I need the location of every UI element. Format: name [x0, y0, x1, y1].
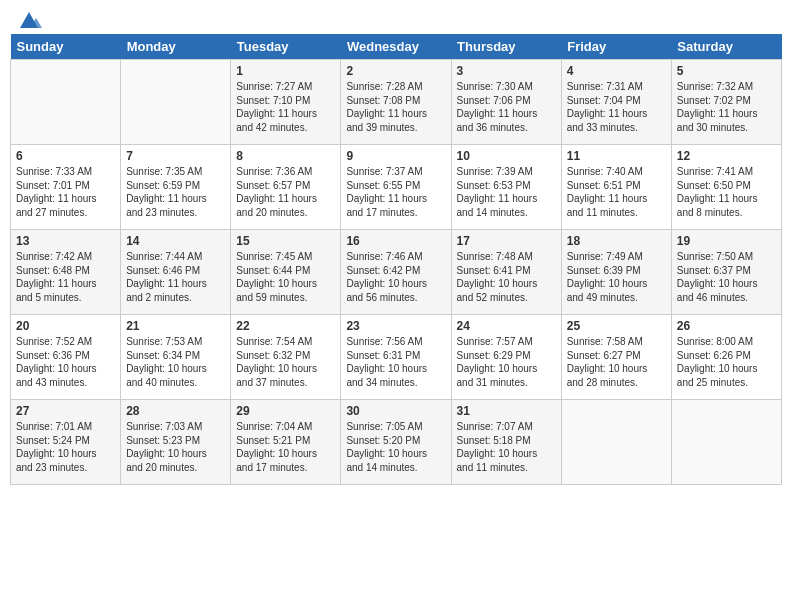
cell-info: Sunrise: 7:40 AMSunset: 6:51 PMDaylight:… [567, 165, 666, 219]
calendar-cell: 24Sunrise: 7:57 AMSunset: 6:29 PMDayligh… [451, 315, 561, 400]
cell-info: Sunrise: 7:28 AMSunset: 7:08 PMDaylight:… [346, 80, 445, 134]
logo-icon [16, 10, 42, 30]
cell-info: Sunrise: 7:32 AMSunset: 7:02 PMDaylight:… [677, 80, 776, 134]
day-number: 18 [567, 234, 666, 248]
day-number: 2 [346, 64, 445, 78]
day-number: 15 [236, 234, 335, 248]
day-number: 31 [457, 404, 556, 418]
cell-info: Sunrise: 7:39 AMSunset: 6:53 PMDaylight:… [457, 165, 556, 219]
day-number: 9 [346, 149, 445, 163]
day-number: 7 [126, 149, 225, 163]
cell-info: Sunrise: 7:48 AMSunset: 6:41 PMDaylight:… [457, 250, 556, 304]
day-number: 11 [567, 149, 666, 163]
cell-info: Sunrise: 7:07 AMSunset: 5:18 PMDaylight:… [457, 420, 556, 474]
calendar-cell: 27Sunrise: 7:01 AMSunset: 5:24 PMDayligh… [11, 400, 121, 485]
calendar-cell: 17Sunrise: 7:48 AMSunset: 6:41 PMDayligh… [451, 230, 561, 315]
calendar-cell: 22Sunrise: 7:54 AMSunset: 6:32 PMDayligh… [231, 315, 341, 400]
week-row-5: 27Sunrise: 7:01 AMSunset: 5:24 PMDayligh… [11, 400, 782, 485]
cell-info: Sunrise: 7:04 AMSunset: 5:21 PMDaylight:… [236, 420, 335, 474]
calendar-cell: 1Sunrise: 7:27 AMSunset: 7:10 PMDaylight… [231, 60, 341, 145]
cell-info: Sunrise: 7:58 AMSunset: 6:27 PMDaylight:… [567, 335, 666, 389]
day-number: 8 [236, 149, 335, 163]
day-number: 21 [126, 319, 225, 333]
calendar-cell: 19Sunrise: 7:50 AMSunset: 6:37 PMDayligh… [671, 230, 781, 315]
cell-info: Sunrise: 7:44 AMSunset: 6:46 PMDaylight:… [126, 250, 225, 304]
calendar-cell: 26Sunrise: 8:00 AMSunset: 6:26 PMDayligh… [671, 315, 781, 400]
day-header-tuesday: Tuesday [231, 34, 341, 60]
calendar-cell: 20Sunrise: 7:52 AMSunset: 6:36 PMDayligh… [11, 315, 121, 400]
day-number: 30 [346, 404, 445, 418]
calendar-cell: 7Sunrise: 7:35 AMSunset: 6:59 PMDaylight… [121, 145, 231, 230]
day-number: 13 [16, 234, 115, 248]
logo [14, 10, 44, 26]
day-number: 20 [16, 319, 115, 333]
cell-info: Sunrise: 7:41 AMSunset: 6:50 PMDaylight:… [677, 165, 776, 219]
day-header-wednesday: Wednesday [341, 34, 451, 60]
day-header-thursday: Thursday [451, 34, 561, 60]
cell-info: Sunrise: 8:00 AMSunset: 6:26 PMDaylight:… [677, 335, 776, 389]
calendar-cell [671, 400, 781, 485]
calendar-cell [121, 60, 231, 145]
calendar-cell [561, 400, 671, 485]
calendar-cell [11, 60, 121, 145]
cell-info: Sunrise: 7:42 AMSunset: 6:48 PMDaylight:… [16, 250, 115, 304]
day-number: 23 [346, 319, 445, 333]
calendar-cell: 13Sunrise: 7:42 AMSunset: 6:48 PMDayligh… [11, 230, 121, 315]
cell-info: Sunrise: 7:03 AMSunset: 5:23 PMDaylight:… [126, 420, 225, 474]
week-row-4: 20Sunrise: 7:52 AMSunset: 6:36 PMDayligh… [11, 315, 782, 400]
calendar-cell: 9Sunrise: 7:37 AMSunset: 6:55 PMDaylight… [341, 145, 451, 230]
day-number: 12 [677, 149, 776, 163]
calendar-cell: 2Sunrise: 7:28 AMSunset: 7:08 PMDaylight… [341, 60, 451, 145]
day-number: 29 [236, 404, 335, 418]
day-number: 25 [567, 319, 666, 333]
calendar-cell: 21Sunrise: 7:53 AMSunset: 6:34 PMDayligh… [121, 315, 231, 400]
cell-info: Sunrise: 7:01 AMSunset: 5:24 PMDaylight:… [16, 420, 115, 474]
week-row-1: 1Sunrise: 7:27 AMSunset: 7:10 PMDaylight… [11, 60, 782, 145]
calendar-cell: 29Sunrise: 7:04 AMSunset: 5:21 PMDayligh… [231, 400, 341, 485]
week-row-2: 6Sunrise: 7:33 AMSunset: 7:01 PMDaylight… [11, 145, 782, 230]
calendar-cell: 12Sunrise: 7:41 AMSunset: 6:50 PMDayligh… [671, 145, 781, 230]
day-number: 27 [16, 404, 115, 418]
cell-info: Sunrise: 7:53 AMSunset: 6:34 PMDaylight:… [126, 335, 225, 389]
calendar-cell: 4Sunrise: 7:31 AMSunset: 7:04 PMDaylight… [561, 60, 671, 145]
calendar-cell: 5Sunrise: 7:32 AMSunset: 7:02 PMDaylight… [671, 60, 781, 145]
calendar-cell: 18Sunrise: 7:49 AMSunset: 6:39 PMDayligh… [561, 230, 671, 315]
calendar-cell: 16Sunrise: 7:46 AMSunset: 6:42 PMDayligh… [341, 230, 451, 315]
day-header-saturday: Saturday [671, 34, 781, 60]
calendar-table: SundayMondayTuesdayWednesdayThursdayFrid… [10, 34, 782, 485]
day-number: 24 [457, 319, 556, 333]
page-header [10, 10, 782, 26]
cell-info: Sunrise: 7:49 AMSunset: 6:39 PMDaylight:… [567, 250, 666, 304]
cell-info: Sunrise: 7:46 AMSunset: 6:42 PMDaylight:… [346, 250, 445, 304]
cell-info: Sunrise: 7:36 AMSunset: 6:57 PMDaylight:… [236, 165, 335, 219]
cell-info: Sunrise: 7:54 AMSunset: 6:32 PMDaylight:… [236, 335, 335, 389]
day-number: 4 [567, 64, 666, 78]
day-number: 6 [16, 149, 115, 163]
calendar-cell: 15Sunrise: 7:45 AMSunset: 6:44 PMDayligh… [231, 230, 341, 315]
cell-info: Sunrise: 7:35 AMSunset: 6:59 PMDaylight:… [126, 165, 225, 219]
cell-info: Sunrise: 7:50 AMSunset: 6:37 PMDaylight:… [677, 250, 776, 304]
day-number: 3 [457, 64, 556, 78]
day-number: 28 [126, 404, 225, 418]
day-header-friday: Friday [561, 34, 671, 60]
cell-info: Sunrise: 7:33 AMSunset: 7:01 PMDaylight:… [16, 165, 115, 219]
cell-info: Sunrise: 7:56 AMSunset: 6:31 PMDaylight:… [346, 335, 445, 389]
calendar-cell: 14Sunrise: 7:44 AMSunset: 6:46 PMDayligh… [121, 230, 231, 315]
day-number: 5 [677, 64, 776, 78]
cell-info: Sunrise: 7:05 AMSunset: 5:20 PMDaylight:… [346, 420, 445, 474]
cell-info: Sunrise: 7:57 AMSunset: 6:29 PMDaylight:… [457, 335, 556, 389]
calendar-cell: 25Sunrise: 7:58 AMSunset: 6:27 PMDayligh… [561, 315, 671, 400]
calendar-cell: 10Sunrise: 7:39 AMSunset: 6:53 PMDayligh… [451, 145, 561, 230]
day-header-sunday: Sunday [11, 34, 121, 60]
calendar-cell: 3Sunrise: 7:30 AMSunset: 7:06 PMDaylight… [451, 60, 561, 145]
day-number: 19 [677, 234, 776, 248]
day-header-monday: Monday [121, 34, 231, 60]
header-row: SundayMondayTuesdayWednesdayThursdayFrid… [11, 34, 782, 60]
cell-info: Sunrise: 7:30 AMSunset: 7:06 PMDaylight:… [457, 80, 556, 134]
cell-info: Sunrise: 7:27 AMSunset: 7:10 PMDaylight:… [236, 80, 335, 134]
day-number: 14 [126, 234, 225, 248]
day-number: 26 [677, 319, 776, 333]
cell-info: Sunrise: 7:45 AMSunset: 6:44 PMDaylight:… [236, 250, 335, 304]
week-row-3: 13Sunrise: 7:42 AMSunset: 6:48 PMDayligh… [11, 230, 782, 315]
cell-info: Sunrise: 7:37 AMSunset: 6:55 PMDaylight:… [346, 165, 445, 219]
